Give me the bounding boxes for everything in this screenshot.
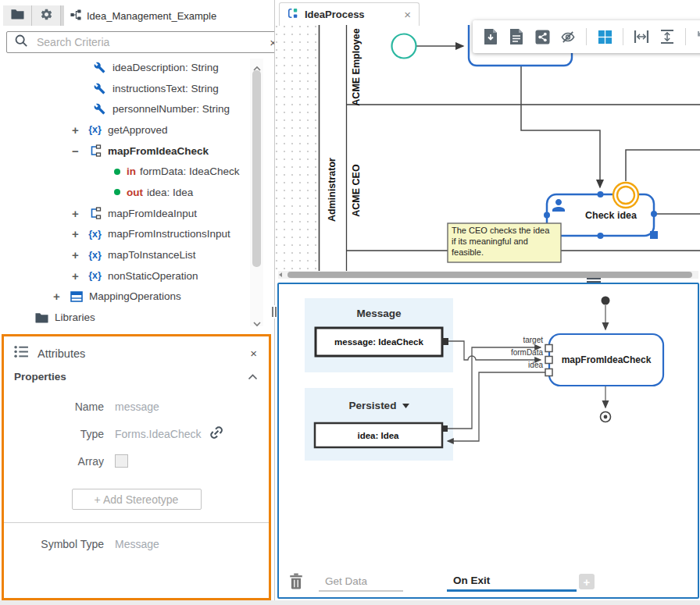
- distribute-horizontal-icon[interactable]: [634, 29, 649, 44]
- start-event[interactable]: [392, 34, 416, 59]
- resize-handle[interactable]: [650, 231, 658, 239]
- lane-label-acme-employee: ACME Employee: [351, 28, 362, 105]
- expand-icon[interactable]: +: [53, 290, 69, 303]
- search-icon: [14, 34, 28, 51]
- port-label-target: target: [523, 336, 543, 344]
- hide-icon[interactable]: [560, 29, 576, 44]
- expand-icon[interactable]: +: [72, 227, 88, 240]
- message-group[interactable]: Message message: IdeaCheck: [305, 298, 453, 372]
- operation-icon: {x}: [88, 227, 102, 240]
- tree-item-mapfromideainput[interactable]: + mapFromIdeaInput: [0, 203, 250, 224]
- project-tab[interactable]: Idea_Management_Example: [64, 5, 273, 26]
- toolbar-separator: [623, 28, 623, 45]
- persisted-group-title: Persisted: [349, 400, 397, 411]
- settings-button[interactable]: [32, 5, 61, 26]
- link-icon[interactable]: [206, 422, 230, 446]
- window-edge: [0, 600, 700, 605]
- parameter-dot-icon: [114, 169, 120, 175]
- message-item-label: message: IdeaCheck: [334, 337, 423, 347]
- note-line: feasible.: [452, 247, 484, 257]
- layout-grid-icon[interactable]: [597, 29, 612, 44]
- folder-button[interactable]: [3, 5, 32, 26]
- model-tree: ideaDescription: String instructionsText…: [0, 57, 250, 327]
- start-node[interactable]: [602, 297, 610, 305]
- splitter-handle[interactable]: [270, 305, 277, 319]
- tab-ideaprocess[interactable]: IdeaProcess ×: [279, 2, 420, 26]
- tree-item-personnelnumber[interactable]: personnelNumber: String: [0, 98, 250, 119]
- tree-item-label: nonStaticOperation: [108, 270, 198, 282]
- input-port-target[interactable]: [545, 345, 552, 352]
- collapse-icon[interactable]: −: [72, 144, 88, 158]
- name-value-field[interactable]: message: [115, 400, 159, 413]
- expand-icon[interactable]: +: [72, 269, 88, 283]
- tree-item-libraries[interactable]: Libraries: [0, 307, 250, 327]
- tree-item-getapproved[interactable]: + {x} getApproved: [0, 119, 250, 141]
- end-node[interactable]: [601, 412, 611, 422]
- tree-item-mapfromideacheck[interactable]: − mapFromIdeaCheck: [0, 141, 250, 162]
- sequence-flow[interactable]: [626, 150, 700, 181]
- add-stereotype-button[interactable]: + Add Stereotype: [72, 489, 202, 510]
- input-port-formdata[interactable]: [545, 357, 552, 364]
- expand-icon[interactable]: +: [72, 248, 88, 262]
- connector-port[interactable]: [441, 425, 448, 432]
- tree-item-ideadescription[interactable]: ideaDescription: String: [0, 57, 250, 78]
- output-port-idea[interactable]: [545, 369, 552, 376]
- scroll-up-icon[interactable]: [252, 61, 262, 69]
- undo-icon[interactable]: [696, 29, 700, 44]
- scrollbar-thumb[interactable]: [288, 272, 692, 278]
- mapping-canvas[interactable]: Message message: IdeaCheck Persisted ide…: [279, 284, 698, 569]
- persisted-group[interactable]: Persisted idea: Idea: [305, 388, 453, 461]
- mapping-tab-bar: Get Data On Exit +: [279, 571, 698, 595]
- sequence-flow[interactable]: [521, 66, 600, 187]
- tree-item-mapfrominstructionsinput[interactable]: + {x} mapFromInstructionsInput: [0, 224, 250, 245]
- expand-icon[interactable]: +: [72, 207, 88, 220]
- download-icon[interactable]: [483, 29, 498, 44]
- list-icon: [14, 345, 29, 361]
- tree-item-mappingoperations[interactable]: + MappingOperations: [0, 286, 250, 308]
- tab-close-icon[interactable]: ×: [404, 8, 411, 21]
- share-icon[interactable]: [534, 29, 550, 44]
- add-tab-button[interactable]: +: [579, 574, 595, 589]
- tree-scrollbar[interactable]: [250, 59, 263, 326]
- type-value-field[interactable]: Forms.IdeaCheck: [115, 428, 201, 440]
- mapping-tab-label: On Exit: [453, 575, 490, 586]
- attributes-panel-title: Attributes: [38, 347, 85, 360]
- mapping-operation-icon: [88, 207, 102, 220]
- toolbar-separator: [586, 28, 587, 45]
- tree-item-nonstaticoperation[interactable]: + {x} nonStaticOperation: [0, 265, 250, 286]
- diagram-toolbar: [473, 20, 700, 53]
- tree-item-label: MappingOperations: [89, 290, 181, 302]
- mapping-tab-on-exit[interactable]: On Exit: [447, 571, 577, 592]
- search-input[interactable]: [35, 35, 262, 49]
- boundary-event[interactable]: [613, 183, 638, 208]
- scrollbar-thumb[interactable]: [252, 70, 261, 267]
- name-label: Name: [4, 400, 104, 413]
- connector-port[interactable]: [441, 338, 448, 345]
- tree-item-label: idea: Idea: [147, 187, 193, 198]
- distribute-vertical-icon[interactable]: [659, 29, 675, 44]
- symbol-type-label: Symbol Type: [4, 538, 104, 550]
- search-field[interactable]: ×: [6, 31, 284, 53]
- tree-item-instructionstext[interactable]: instructionsText: String: [0, 78, 250, 99]
- mapping-tab-get-data[interactable]: Get Data: [319, 571, 403, 592]
- tree-item-formdata[interactable]: in formData: IdeaCheck: [0, 161, 250, 182]
- scroll-left-icon[interactable]: [279, 272, 282, 277]
- scroll-down-icon[interactable]: [252, 316, 262, 324]
- tree-item-idea[interactable]: out idea: Idea: [0, 182, 250, 203]
- document-icon[interactable]: [509, 29, 524, 44]
- tree-item-maptoinstancelist[interactable]: + {x} mapToInstanceList: [0, 244, 250, 265]
- horizontal-scrollbar[interactable]: [278, 271, 698, 279]
- chevron-up-icon[interactable]: [248, 371, 258, 383]
- expand-icon[interactable]: +: [72, 123, 88, 137]
- array-checkbox[interactable]: [115, 454, 128, 468]
- parameter-dot-icon: [114, 189, 120, 195]
- folder-icon: [34, 311, 49, 324]
- properties-section-title: Properties: [14, 371, 66, 383]
- tree-item-label: personnelNumber: String: [112, 103, 230, 115]
- bpmn-canvas[interactable]: Administrator ACME Employee ACME CEO Che…: [275, 25, 700, 271]
- trash-icon[interactable]: [289, 573, 305, 590]
- mapping-connection-idea[interactable]: [448, 372, 545, 441]
- annotation-note[interactable]: The CEO checks the idea if its meaningfu…: [448, 223, 561, 262]
- note-line: if its meaningful and: [452, 237, 528, 246]
- close-icon[interactable]: ×: [250, 347, 259, 360]
